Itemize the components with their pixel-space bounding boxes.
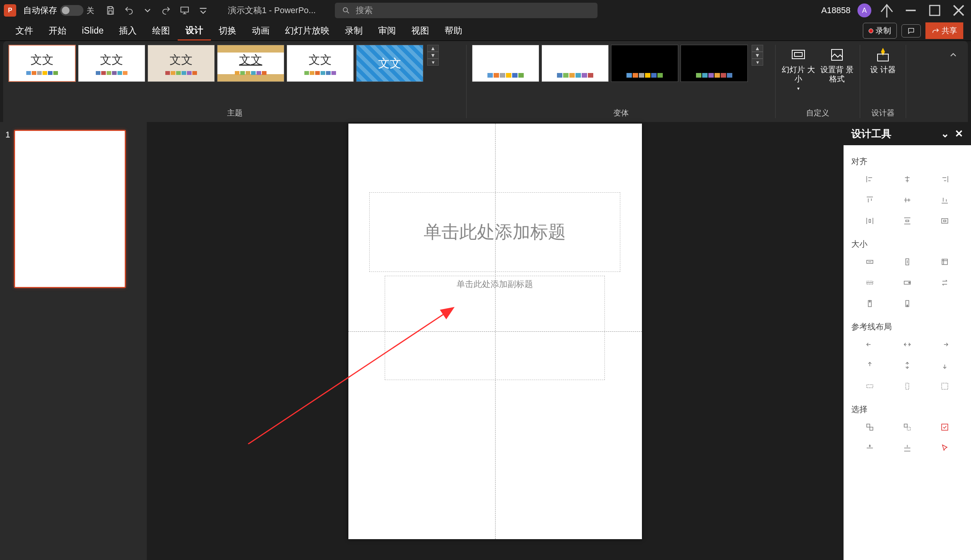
tab-home[interactable]: 开始 (41, 22, 74, 40)
toggle-selection-icon[interactable] (926, 419, 963, 436)
gallery-down-icon[interactable]: ▼ (427, 52, 439, 59)
guide-right-icon[interactable] (926, 336, 963, 353)
tab-animations[interactable]: 动画 (244, 22, 277, 40)
variant-up-icon[interactable]: ▲ (752, 45, 763, 52)
svg-rect-24 (904, 424, 907, 427)
slide-canvas[interactable]: 单击此处添加标题 单击此处添加副标题 (348, 124, 642, 539)
guide-down-icon[interactable] (926, 357, 963, 374)
guide-up-icon[interactable] (851, 357, 889, 374)
bring-front-icon[interactable] (851, 440, 889, 456)
swap-size-icon[interactable] (926, 274, 963, 291)
qat-more-icon[interactable] (196, 3, 210, 17)
mic-icon[interactable] (878, 2, 895, 19)
gallery-up-icon[interactable]: ▲ (427, 45, 439, 52)
tab-transitions[interactable]: 切换 (211, 22, 244, 40)
cursor-select-icon[interactable] (926, 440, 963, 456)
close-icon[interactable] (950, 2, 967, 19)
same-height-icon[interactable] (889, 253, 926, 270)
designer-button[interactable]: 设 计器 (866, 45, 900, 74)
guide-left-icon[interactable] (851, 336, 889, 353)
chevron-down-icon[interactable]: ⌄ (941, 128, 949, 140)
align-center-v-icon[interactable] (889, 192, 926, 209)
width-shrink-icon[interactable] (889, 274, 926, 291)
align-section-title: 对齐 (851, 156, 963, 167)
redo-icon[interactable] (159, 3, 173, 17)
select-section-title: 选择 (851, 404, 963, 415)
select-all-icon[interactable] (851, 419, 889, 436)
align-right-icon[interactable] (926, 171, 963, 188)
minimize-icon[interactable] (902, 2, 919, 19)
save-icon[interactable] (104, 3, 117, 17)
slide-size-button[interactable]: 幻灯片 大小 ▾ (781, 45, 816, 91)
theme-2[interactable]: 文文 (78, 45, 145, 82)
tab-file[interactable]: 文件 (8, 22, 41, 40)
variant-3[interactable] (611, 45, 678, 82)
title-placeholder[interactable]: 单击此处添加标题 (369, 192, 620, 272)
same-width-icon[interactable] (851, 253, 889, 270)
theme-5[interactable]: 文文 (287, 45, 354, 82)
comments-button[interactable] (901, 24, 921, 37)
share-button[interactable]: 共享 (925, 22, 963, 39)
guide-grid-all-icon[interactable] (926, 378, 963, 395)
height-top-icon[interactable] (851, 295, 889, 312)
gallery-more-icon[interactable]: ▾ (427, 59, 439, 66)
slide-item-1[interactable]: 1 (5, 130, 141, 288)
search-input[interactable]: 搜索 (335, 3, 598, 18)
design-tools-panel: 设计工具 ⌄ ✕ 对齐 大小 (844, 122, 971, 560)
align-center-h-icon[interactable] (889, 171, 926, 188)
variant-1[interactable] (472, 45, 539, 82)
theme-4[interactable]: 文文 (217, 45, 284, 82)
tab-help[interactable]: 帮助 (437, 22, 470, 40)
tab-view[interactable]: 视图 (404, 22, 437, 40)
guide-v-center-icon[interactable] (889, 357, 926, 374)
maximize-icon[interactable] (926, 2, 943, 19)
theme-3[interactable]: 文文 (148, 45, 215, 82)
tab-design[interactable]: 设计 (178, 21, 211, 41)
width-grow-icon[interactable] (851, 274, 889, 291)
theme-office[interactable]: 文文 (8, 45, 76, 82)
slide-canvas-area[interactable]: 单击此处添加标题 单击此处添加副标题 (147, 122, 844, 560)
tab-record[interactable]: 录制 (337, 22, 370, 40)
collapse-ribbon-icon[interactable] (946, 48, 960, 62)
tab-review[interactable]: 审阅 (370, 22, 404, 40)
tab-insert[interactable]: 插入 (111, 22, 144, 40)
subtitle-placeholder[interactable]: 单击此处添加副标题 (385, 276, 605, 380)
guide-grid-h-icon[interactable] (851, 378, 889, 395)
theme-6[interactable]: 文文 (356, 45, 423, 82)
variant-down-icon[interactable]: ▼ (752, 52, 763, 59)
center-slide-icon[interactable] (926, 212, 963, 229)
autosave-toggle[interactable] (60, 5, 83, 16)
theme-gallery-scroll: ▲ ▼ ▾ (427, 45, 439, 66)
svg-rect-19 (867, 385, 873, 388)
tab-draw[interactable]: 绘图 (144, 22, 178, 40)
height-bottom-icon[interactable] (889, 295, 926, 312)
align-bottom-icon[interactable] (926, 192, 963, 209)
avatar[interactable]: A (857, 3, 871, 17)
slideshow-icon[interactable] (178, 3, 192, 17)
close-panel-icon[interactable]: ✕ (955, 128, 963, 140)
tab-slideshow[interactable]: 幻灯片放映 (277, 22, 337, 40)
guide-grid-v-icon[interactable] (889, 378, 926, 395)
slide-thumbnail[interactable] (14, 130, 126, 288)
align-middle-icon[interactable] (889, 440, 926, 456)
variant-2[interactable] (542, 45, 609, 82)
tab-islide[interactable]: iSlide (74, 22, 111, 39)
variant-4[interactable] (681, 45, 748, 82)
record-dot-icon (869, 29, 873, 33)
same-size-icon[interactable] (926, 253, 963, 270)
background-icon (829, 47, 845, 63)
variant-more-icon[interactable]: ▾ (752, 59, 763, 66)
background-format-button[interactable]: 设置背 景格式 (820, 45, 854, 83)
guide-h-center-icon[interactable] (889, 336, 926, 353)
select-same-icon[interactable] (889, 419, 926, 436)
user-name[interactable]: A18858 (821, 5, 850, 15)
panel-header: 设计工具 ⌄ ✕ (844, 122, 971, 145)
undo-icon[interactable] (122, 3, 136, 17)
svg-rect-5 (792, 50, 805, 59)
undo-dropdown-icon[interactable] (141, 3, 154, 17)
record-button[interactable]: 录制 (863, 23, 897, 39)
distribute-v-icon[interactable] (889, 212, 926, 229)
distribute-h-icon[interactable] (851, 212, 889, 229)
align-top-icon[interactable] (851, 192, 889, 209)
align-left-icon[interactable] (851, 171, 889, 188)
